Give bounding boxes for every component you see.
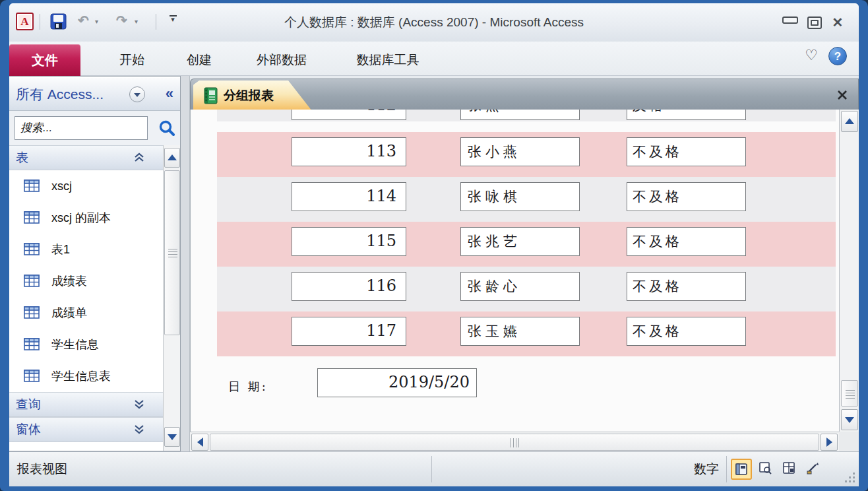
save-button[interactable] xyxy=(50,13,67,30)
layout-view-button[interactable] xyxy=(778,459,799,480)
student-name-box[interactable]: 张小燕 xyxy=(460,137,580,166)
student-id-box[interactable]: 114 xyxy=(292,182,406,211)
date-value-box[interactable]: 2019/5/20 xyxy=(317,368,477,397)
grade-box[interactable]: 不及格 xyxy=(627,137,746,166)
grade-box[interactable]: 不及格 xyxy=(627,227,746,256)
resize-grip[interactable] xyxy=(843,471,855,482)
nav-menu-dropdown[interactable] xyxy=(129,86,145,102)
sidebar-item-student-info[interactable]: 学生信息 xyxy=(9,329,164,360)
chevron-double-down-icon[interactable] xyxy=(133,398,145,412)
restore-button[interactable] xyxy=(807,16,822,29)
sidebar-item-label: 表1 xyxy=(51,234,70,265)
undo-button[interactable]: ↶ xyxy=(78,13,89,28)
report-footer: 日 期: 2019/5/20 xyxy=(217,356,836,416)
undo-dropdown-caret[interactable]: ▾ xyxy=(95,18,98,25)
close-document-icon[interactable] xyxy=(836,88,849,102)
qat-separator xyxy=(156,14,156,30)
sidebar-item-label: 学生信息 xyxy=(51,329,99,360)
sidebar-item-xscj-copy[interactable]: xscj 的副本 xyxy=(9,202,164,234)
table-row: 116 张龄心 不及格 xyxy=(217,267,836,311)
redo-button[interactable]: ↷ xyxy=(116,13,127,28)
grade-box[interactable]: 不及格 xyxy=(627,272,746,301)
tab-file[interactable]: 文件 xyxy=(9,44,80,76)
student-id-box[interactable]: 115 xyxy=(292,227,406,256)
grade-box[interactable]: 及格 xyxy=(627,110,746,120)
search-icon[interactable] xyxy=(158,119,176,137)
horizontal-scrollbar[interactable] xyxy=(190,432,839,451)
table-icon xyxy=(24,180,40,192)
window-title: 个人数据库 : 数据库 (Access 2007) - Microsoft Ac… xyxy=(207,3,661,42)
scroll-up-button[interactable] xyxy=(841,111,858,132)
report-view-button[interactable] xyxy=(731,459,752,480)
tab-create[interactable]: 创建 xyxy=(173,44,226,76)
shutter-bar-collapse-button[interactable]: « xyxy=(166,78,173,111)
design-view-button[interactable] xyxy=(802,459,823,480)
sidebar-item-score-list[interactable]: 成绩单 xyxy=(9,297,164,329)
heart-icon[interactable]: ♡ xyxy=(805,47,818,64)
nav-section-queries[interactable]: 查询 xyxy=(9,392,164,417)
grade-box[interactable]: 不及格 xyxy=(627,182,746,211)
sidebar-item-student-info-table[interactable]: 学生信息表 xyxy=(9,360,164,392)
chevron-down-icon xyxy=(133,92,141,98)
horizontal-scrollbar-thumb[interactable] xyxy=(210,434,819,451)
table-icon xyxy=(24,338,40,350)
customize-qat-button[interactable]: ▾ xyxy=(168,12,178,22)
sidebar-item-table1[interactable]: 表1 xyxy=(9,234,164,265)
help-button[interactable]: ? xyxy=(828,47,847,65)
chevron-double-down-icon[interactable] xyxy=(133,423,145,438)
sidebar-item-label: 学生信息表 xyxy=(51,360,111,392)
scroll-right-button[interactable] xyxy=(821,434,838,451)
scroll-down-button[interactable] xyxy=(841,409,858,430)
scroll-left-button[interactable] xyxy=(191,434,208,451)
close-button[interactable]: ✕ xyxy=(830,16,846,30)
sidebar-item-label: 成绩表 xyxy=(51,265,87,297)
nav-section-tables-label: 表 xyxy=(16,146,28,170)
layout-view-icon xyxy=(782,461,795,475)
report-viewport: 112 张燕 及格 113 张小燕 不及格 114 张咏棋 不及格 xyxy=(190,110,839,432)
minimize-button[interactable] xyxy=(782,16,798,24)
search-input[interactable] xyxy=(15,116,148,140)
nav-section-forms[interactable]: 窗体 xyxy=(9,417,164,442)
student-name-box[interactable]: 张兆艺 xyxy=(460,227,580,256)
table-row: 117 张玉嬿 不及格 xyxy=(217,311,836,356)
vertical-scrollbar-thumb[interactable] xyxy=(841,380,858,407)
ribbon-tab-row: 文件 开始 创建 外部数据 数据库工具 ♡ ? xyxy=(9,42,859,76)
nav-splitter[interactable] xyxy=(181,76,190,451)
tab-home[interactable]: 开始 xyxy=(106,44,158,76)
grade-box[interactable]: 不及格 xyxy=(627,317,746,346)
table-icon xyxy=(24,306,40,319)
nav-scrollbar[interactable] xyxy=(163,145,180,451)
chevron-double-up-icon[interactable] xyxy=(133,151,145,166)
student-name-box[interactable]: 张玉嬿 xyxy=(460,317,580,346)
nav-section-tables[interactable]: 表 xyxy=(9,145,164,170)
student-id-box[interactable]: 116 xyxy=(292,272,406,301)
vertical-scrollbar[interactable] xyxy=(839,110,859,432)
tab-grouped-report[interactable]: 分组报表 xyxy=(193,81,312,111)
print-preview-icon xyxy=(759,461,772,475)
table-icon xyxy=(24,211,40,224)
tab-database-tools[interactable]: 数据库工具 xyxy=(335,44,441,76)
student-name-box[interactable]: 张龄心 xyxy=(460,272,580,301)
title-bar: A ↶ ▾ ↷ ▾ ▾ 个人数据库 : 数据库 (Access 2007) - … xyxy=(9,3,859,42)
sidebar-item-score-table[interactable]: 成绩表 xyxy=(9,265,164,297)
redo-dropdown-caret[interactable]: ▾ xyxy=(135,18,138,25)
table-row: 114 张咏棋 不及格 xyxy=(217,177,836,222)
print-preview-button[interactable] xyxy=(755,459,776,480)
sidebar-item-label: xscj 的副本 xyxy=(51,202,111,234)
report-row-partial: 112 张燕 及格 xyxy=(217,110,836,121)
student-name-box[interactable]: 张咏棋 xyxy=(460,182,580,211)
access-app-icon[interactable]: A xyxy=(16,13,34,30)
nav-scroll-down-button[interactable] xyxy=(164,427,180,447)
student-id-box[interactable]: 117 xyxy=(292,317,406,346)
student-name-box[interactable]: 张燕 xyxy=(460,110,580,120)
navigation-pane: 所有 Access... « 表 xyxy=(9,76,181,451)
access-window: A ↶ ▾ ↷ ▾ ▾ 个人数据库 : 数据库 (Access 2007) - … xyxy=(0,0,868,491)
tab-external-data[interactable]: 外部数据 xyxy=(239,44,325,76)
nav-scrollbar-thumb[interactable] xyxy=(164,170,180,335)
nav-object-list: 表 xyxy=(9,145,180,451)
sidebar-item-xscj[interactable]: xscj xyxy=(9,170,164,202)
nav-scroll-up-button[interactable] xyxy=(164,148,180,168)
student-id-box[interactable]: 113 xyxy=(292,137,406,166)
student-id-box[interactable]: 112 xyxy=(292,110,406,120)
nav-pane-header[interactable]: 所有 Access... « xyxy=(9,78,180,111)
